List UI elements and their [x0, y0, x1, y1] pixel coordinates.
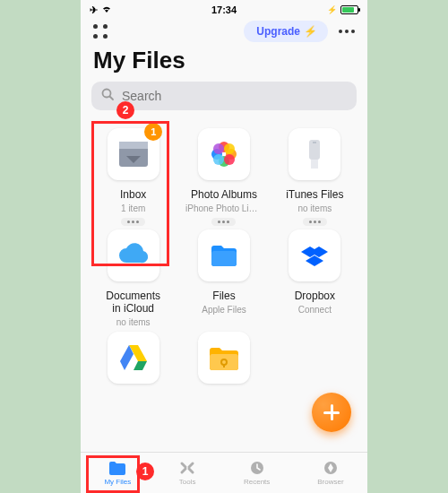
folder-card-folder[interactable] — [180, 332, 267, 418]
folder-card-files[interactable]: Files Apple Files — [180, 229, 267, 328]
card-name: Documentsin iCloud — [106, 290, 160, 316]
folder-icon — [198, 332, 250, 384]
card-subtitle: Connect — [298, 305, 332, 316]
folder-card-inbox[interactable]: 1 Inbox 1 item — [90, 128, 177, 226]
card-more-icon[interactable] — [121, 218, 145, 226]
tab-recents[interactable]: Recents — [244, 460, 270, 486]
card-subtitle: no items — [116, 317, 151, 328]
tab-browser[interactable]: Browser — [317, 460, 343, 486]
status-time: 17:34 — [211, 4, 237, 15]
svg-point-10 — [213, 154, 224, 165]
folder-card-gdrive[interactable] — [90, 332, 177, 418]
svg-rect-18 — [223, 364, 225, 368]
recents-icon — [248, 460, 266, 476]
browser-icon — [322, 460, 340, 476]
svg-rect-14 — [313, 142, 316, 143]
card-name: Dropbox — [295, 290, 335, 303]
card-subtitle: 1 item — [121, 203, 145, 214]
folder-card-itunes-files[interactable]: iTunes Files no items — [271, 128, 358, 226]
card-name: iTunes Files — [286, 189, 343, 202]
page-title: My Files — [81, 45, 367, 82]
tab-label: Tools — [179, 478, 196, 486]
app-header: Upgrade ⚡ — [81, 18, 367, 45]
dropbox-icon — [289, 229, 340, 281]
folder-card-documents-in-icloud[interactable]: Documentsin iCloud no items — [90, 229, 177, 328]
svg-rect-13 — [311, 160, 318, 169]
folder-card-photo-albums[interactable]: Photo Albums iPhone Photo Libra... — [180, 128, 267, 226]
tab-label: My Files — [104, 478, 131, 486]
tab-label: Recents — [244, 478, 270, 486]
bolt-icon: ⚡ — [304, 25, 317, 38]
folder-card-dropbox[interactable]: Dropbox Connect — [271, 229, 358, 328]
card-name: Inbox — [120, 189, 146, 202]
photos-icon — [198, 128, 250, 180]
card-more-icon[interactable] — [211, 218, 236, 226]
svg-point-9 — [213, 143, 224, 154]
tab-label: Browser — [317, 478, 343, 486]
svg-rect-15 — [211, 251, 237, 266]
phone-frame: ✈︎ 17:34 ⚡ Upgrade ⚡ My Files 2 — [81, 0, 367, 493]
itunes-icon — [289, 128, 340, 180]
wifi-icon — [101, 4, 112, 15]
upgrade-button[interactable]: Upgrade ⚡ — [244, 21, 328, 42]
tools-icon — [178, 460, 196, 476]
badge: 1 — [144, 123, 162, 141]
upgrade-label: Upgrade — [256, 25, 300, 38]
status-bar: ✈︎ 17:34 ⚡ — [81, 0, 367, 18]
files-icon — [198, 229, 250, 281]
more-icon[interactable] — [339, 30, 355, 33]
card-subtitle: Apple Files — [202, 305, 246, 316]
card-name: Photo Albums — [191, 189, 257, 202]
gdrive-icon — [108, 332, 159, 384]
card-name: Files — [212, 290, 235, 303]
tab-bar: My FilesToolsRecentsBrowser — [81, 452, 367, 493]
card-subtitle: iPhone Photo Libra... — [185, 203, 263, 214]
battery-icon — [340, 5, 358, 14]
svg-rect-16 — [210, 354, 238, 370]
add-button[interactable] — [312, 393, 351, 432]
my-files-icon — [108, 460, 126, 476]
charging-icon: ⚡ — [327, 5, 337, 14]
app-menu-icon[interactable] — [93, 24, 108, 39]
card-more-icon[interactable] — [303, 218, 327, 226]
svg-point-11 — [224, 154, 235, 165]
airplane-icon: ✈︎ — [90, 4, 98, 16]
search-icon — [100, 87, 115, 105]
svg-line-1 — [110, 97, 114, 100]
search-input[interactable] — [122, 89, 348, 103]
card-subtitle: no items — [297, 203, 332, 214]
icloud-icon — [108, 229, 159, 281]
tab-tools[interactable]: Tools — [178, 460, 196, 486]
svg-rect-3 — [119, 142, 148, 149]
search-bar[interactable]: 2 — [91, 82, 357, 110]
svg-point-8 — [224, 143, 235, 154]
tab-my-files[interactable]: My Files — [104, 460, 131, 486]
